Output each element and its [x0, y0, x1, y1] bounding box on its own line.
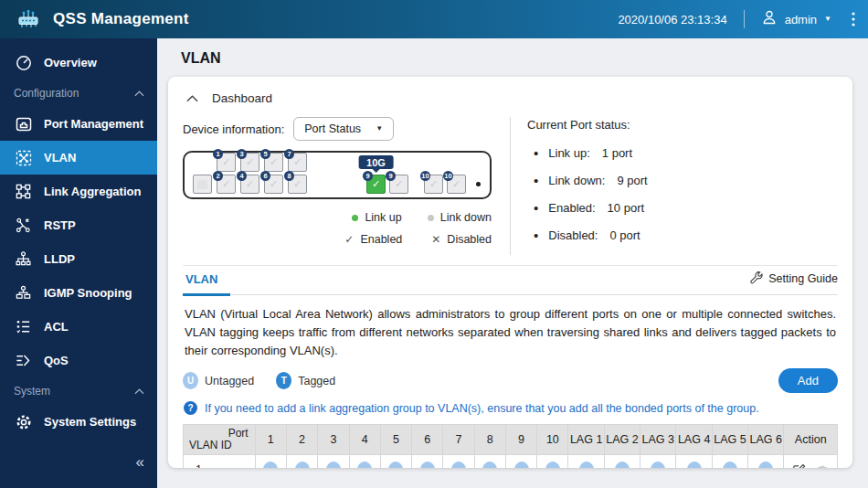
sidebar-section-configuration[interactable]: Configuration	[0, 80, 157, 107]
untagged-badge[interactable]: U	[758, 461, 773, 468]
untagged-badge[interactable]: U	[482, 461, 497, 468]
port-9-rj45[interactable]: 9 10G	[366, 175, 386, 194]
tip-row: ? If you need to add a link aggregation …	[184, 401, 838, 415]
port-number: 10	[420, 171, 430, 181]
port-tag-cell: U	[537, 455, 568, 468]
10g-speed-badge: 10G	[358, 155, 394, 169]
untagged-badge[interactable]: U	[357, 461, 372, 468]
port-number: 9	[386, 171, 396, 181]
user-icon	[761, 9, 778, 29]
sidebar-item-igmp-snooping[interactable]: IGMP Snooping	[0, 276, 157, 310]
port-tag-cell: U	[443, 455, 474, 468]
port-tag-cell: U	[380, 455, 411, 468]
corner-port-label: Port	[228, 427, 249, 440]
untagged-badge[interactable]: U	[687, 461, 702, 468]
main-content: VLAN Dashboard Device information: Port …	[157, 38, 868, 488]
app-title: QSS Management	[53, 10, 189, 28]
untagged-badge[interactable]: U	[420, 461, 435, 468]
untagged-badge[interactable]: U	[388, 461, 403, 468]
column-header-2: 2	[286, 425, 317, 455]
port-tag-cell: U	[568, 455, 604, 468]
untagged-badge[interactable]: U	[326, 461, 341, 468]
column-header-4: 4	[349, 425, 380, 455]
sidebar-item-label: Overview	[44, 56, 97, 69]
port-icon	[14, 115, 33, 133]
port-10-sfp[interactable]: 10	[447, 175, 466, 194]
port-tag-cell: U	[748, 455, 784, 468]
column-header-lag-2: LAG 2	[604, 425, 640, 455]
port-tag-cell: U	[640, 455, 676, 468]
untagged-badge[interactable]: U	[651, 461, 665, 468]
port-2[interactable]: 2	[217, 175, 236, 194]
tagged-label: Tagged	[298, 375, 335, 387]
column-header-10: 10	[537, 425, 568, 455]
setting-guide-button[interactable]: Setting Guide	[749, 271, 838, 294]
app-logo-icon	[16, 8, 44, 30]
vlan-icon	[14, 149, 33, 167]
edit-button[interactable]	[792, 463, 806, 468]
sidebar-item-vlan[interactable]: VLAN	[0, 141, 157, 175]
untagged-badge[interactable]: U	[615, 461, 630, 468]
device-info-dropdown[interactable]: Port Status ▼	[293, 117, 394, 141]
sidebar-item-acl[interactable]: ACL	[0, 310, 157, 344]
tab-vlan[interactable]: VLAN	[183, 272, 230, 296]
sidebar-item-overview[interactable]: Overview	[0, 46, 157, 80]
untagged-badge[interactable]: U	[545, 461, 560, 468]
port-8[interactable]: 8	[288, 175, 307, 194]
port-3[interactable]: 3	[240, 153, 259, 172]
untagged-badge[interactable]: U	[579, 461, 594, 468]
port-9-sfp[interactable]: 9	[389, 175, 408, 194]
port-number: 3	[237, 149, 247, 159]
untagged-badge[interactable]: U	[295, 461, 310, 468]
tag-legend-row: U Untagged T Tagged Add	[183, 368, 838, 393]
port-tag-cell: U	[412, 455, 443, 468]
sidebar-item-system-settings[interactable]: System Settings	[0, 405, 157, 439]
untagged-badge[interactable]: U	[451, 461, 466, 468]
port-tag-cell: U	[505, 455, 536, 468]
sidebar-item-label: LLDP	[44, 252, 75, 266]
port-tag-cell: U	[349, 455, 380, 468]
link-up-dot-icon	[352, 215, 358, 221]
dashboard-collapse-header[interactable]: Dashboard	[186, 91, 838, 105]
page-title: VLAN	[181, 50, 868, 67]
chevron-up-icon	[134, 385, 144, 398]
port-7[interactable]: 7	[288, 153, 307, 172]
more-menu-icon[interactable]	[852, 12, 855, 27]
sidebar-item-link-aggregation[interactable]: Link Aggregation	[0, 175, 157, 208]
collapse-sidebar-icon[interactable]: «	[136, 453, 144, 472]
add-button[interactable]: Add	[778, 368, 838, 393]
sidebar-item-lldp[interactable]: LLDP	[0, 242, 157, 276]
sidebar-item-label: RSTP	[44, 218, 76, 232]
user-menu[interactable]: admin ▼	[761, 9, 831, 29]
sidebar-item-label: System Settings	[44, 415, 136, 429]
corner-vlanid-label: VLAN ID	[189, 439, 232, 451]
content-panel: Dashboard Device information: Port Statu…	[168, 77, 852, 468]
dashboard-body: Device information: Port Status ▼ 1 2 3 …	[183, 117, 838, 255]
port-5[interactable]: 5	[264, 153, 283, 172]
sidebar-section-system[interactable]: System	[0, 377, 157, 405]
sidebar-item-qos[interactable]: QoS	[0, 344, 157, 377]
port-4[interactable]: 4	[240, 175, 259, 194]
console-port[interactable]	[193, 175, 212, 194]
legend-enabled: ✓Enabled	[344, 233, 402, 246]
vlan-table: Port VLAN ID 12345678910LAG 1LAG 2LAG 3L…	[183, 424, 838, 468]
port-tag-cell: U	[255, 455, 286, 468]
sidebar-item-label: IGMP Snooping	[44, 286, 132, 300]
sidebar-item-port-management[interactable]: Port Management	[0, 107, 157, 141]
port-10-rj45[interactable]: 10	[424, 175, 443, 194]
delete-button[interactable]	[816, 464, 829, 468]
table-row: 1UUUUUUUUUUUUUUUU	[184, 455, 838, 468]
port-6[interactable]: 6	[264, 175, 283, 194]
sidebar: Overview Configuration Port Management V…	[0, 38, 157, 488]
untagged-badge[interactable]: U	[514, 461, 529, 468]
sidebar-item-rstp[interactable]: RSTP	[0, 208, 157, 242]
chevron-down-icon: ▼	[824, 16, 831, 23]
untagged-badge[interactable]: U	[723, 461, 737, 468]
indicator-dot	[476, 182, 481, 186]
setting-guide-label: Setting Guide	[768, 272, 838, 285]
port-1[interactable]: 1	[217, 153, 236, 172]
column-header-1: 1	[255, 425, 286, 455]
link-aggregation-icon	[14, 183, 33, 201]
untagged-badge[interactable]: U	[263, 461, 278, 468]
port-number: 10	[443, 171, 453, 181]
